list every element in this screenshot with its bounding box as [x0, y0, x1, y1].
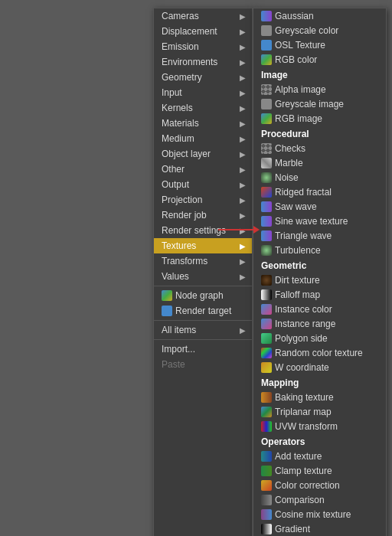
submenu-item-saw-wave[interactable]: Saw wave [253, 199, 386, 214]
menu-item-cameras[interactable]: Cameras ▶ [154, 8, 252, 24]
menu-item-geometry[interactable]: Geometry ▶ [154, 70, 252, 85]
menu-item-environments[interactable]: Environments ▶ [154, 54, 252, 70]
submenu-item-rgb-image[interactable]: RGB image [253, 111, 386, 126]
import-label: Import... [162, 344, 195, 355]
arrow-icon: ▶ [240, 58, 246, 67]
submenu-item-baking-texture[interactable]: Baking texture [253, 390, 386, 404]
greyscale-color-icon [261, 25, 272, 36]
submenu-item-turbulence[interactable]: Turbulence [253, 243, 386, 257]
triplanar-map-icon [261, 407, 272, 417]
menu-item-all-items[interactable]: All items ▶ [154, 322, 252, 338]
submenu-item-w-coordinate[interactable]: W coordinate [253, 360, 386, 374]
greyscale-color-label: Greyscale color [275, 25, 380, 36]
submenu-item-greyscale-color[interactable]: Greyscale color [253, 23, 386, 38]
object-layer-label: Object layer [162, 149, 211, 159]
menu-item-values[interactable]: Values ▶ [154, 269, 252, 284]
submenu-item-instance-color[interactable]: Instance color [253, 302, 386, 316]
comparison-icon [261, 495, 272, 505]
baking-texture-icon [261, 392, 272, 403]
arrow-indicator [218, 229, 256, 230]
add-texture-label: Add texture [275, 451, 380, 462]
rgb-image-label: RGB image [275, 113, 380, 124]
greyscale-image-label: Greyscale image [275, 99, 380, 109]
render-job-label: Render job [162, 210, 207, 221]
menu-item-displacement[interactable]: Displacement ▶ [154, 24, 252, 39]
menu-item-projection[interactable]: Projection ▶ [154, 192, 252, 208]
menu-item-materials[interactable]: Materials ▶ [154, 116, 252, 131]
arrow-icon: ▶ [240, 89, 246, 97]
greyscale-image-icon [261, 99, 272, 109]
section-geometric: Geometric [253, 257, 386, 273]
values-label: Values [162, 271, 189, 282]
checks-label: Checks [275, 143, 380, 154]
submenu-item-uvw-transform[interactable]: UVW transform [253, 419, 386, 433]
menu-item-kernels[interactable]: Kernels ▶ [154, 100, 252, 116]
menu-item-transforms[interactable]: Transforms ▶ [154, 253, 252, 269]
submenu-item-alpha-image[interactable]: Alpha image [253, 82, 386, 96]
textures-label: Textures [162, 240, 196, 251]
menu-item-render-job[interactable]: Render job ▶ [154, 208, 252, 223]
gaussian-icon [261, 11, 272, 21]
submenu-item-marble[interactable]: Marble [253, 155, 386, 170]
menu-item-paste: Paste [154, 357, 252, 372]
menu-item-emission[interactable]: Emission ▶ [154, 39, 252, 54]
submenu-item-greyscale-image[interactable]: Greyscale image [253, 96, 386, 111]
submenu-item-instance-range[interactable]: Instance range [253, 316, 386, 331]
rgb-color-label: RGB color [275, 54, 380, 65]
context-menu-container: Cameras ▶ Displacement ▶ Emission ▶ Envi… [153, 8, 387, 536]
random-color-icon [261, 348, 272, 358]
section-operators: Operators [253, 433, 386, 449]
submenu-item-gaussian[interactable]: Gaussian [253, 8, 386, 23]
submenu-item-ridged-fractal[interactable]: Ridged fractal [253, 185, 386, 199]
dirt-texture-label: Dirt texture [275, 275, 380, 286]
arrow-icon: ▶ [240, 181, 246, 189]
submenu-item-falloff-map[interactable]: Falloff map [253, 287, 386, 302]
menu-item-medium[interactable]: Medium ▶ [154, 131, 252, 146]
color-correction-label: Color correction [275, 480, 380, 491]
falloff-map-label: Falloff map [275, 289, 380, 300]
submenu-item-triplanar-map[interactable]: Triplanar map [253, 404, 386, 419]
uvw-transform-icon [261, 421, 272, 432]
menu-item-object-layer[interactable]: Object layer ▶ [154, 146, 252, 162]
instance-color-label: Instance color [275, 304, 380, 315]
menu-item-import[interactable]: Import... [154, 342, 252, 357]
arrow-icon: ▶ [240, 119, 246, 128]
submenu-item-checks[interactable]: Checks [253, 141, 386, 155]
alpha-image-label: Alpha image [275, 84, 380, 95]
menu-item-node-graph[interactable]: Node graph [154, 288, 252, 303]
projection-label: Projection [162, 194, 202, 205]
submenu-item-random-color[interactable]: Random color texture [253, 345, 386, 360]
submenu-item-polygon-side[interactable]: Polygon side [253, 331, 386, 345]
arrow-icon: ▶ [240, 135, 246, 143]
menu-item-render-target[interactable]: Render target [154, 303, 252, 319]
submenu-item-osl-texture[interactable]: OSL Texture [253, 38, 386, 52]
triangle-wave-label: Triangle wave [275, 230, 380, 241]
polygon-side-label: Polygon side [275, 333, 380, 344]
w-coordinate-icon [261, 362, 272, 373]
submenu-item-sine-wave[interactable]: Sine wave texture [253, 214, 386, 228]
submenu-item-add-texture[interactable]: Add texture [253, 449, 386, 463]
submenu-item-rgb-color[interactable]: RGB color [253, 52, 386, 67]
menu-item-other[interactable]: Other ▶ [154, 162, 252, 177]
arrow-icon: ▶ [240, 150, 246, 159]
baking-texture-label: Baking texture [275, 392, 380, 403]
arrow-icon: ▶ [240, 196, 246, 204]
submenu-item-dirt-texture[interactable]: Dirt texture [253, 273, 386, 287]
menu-item-output[interactable]: Output ▶ [154, 177, 252, 192]
menu-item-textures[interactable]: Textures ▶ [154, 238, 252, 253]
submenu-item-color-correction[interactable]: Color correction [253, 478, 386, 492]
cameras-label: Cameras [162, 11, 199, 21]
submenu-item-cosine-mix[interactable]: Cosine mix texture [253, 507, 386, 521]
menu-item-render-settings[interactable]: Render settings ▶ [154, 223, 252, 238]
gaussian-label: Gaussian [275, 11, 380, 21]
submenu-item-gradient[interactable]: Gradient [253, 521, 386, 536]
render-target-label: Render target [175, 306, 231, 316]
submenu-item-noise[interactable]: Noise [253, 170, 386, 185]
saw-wave-label: Saw wave [275, 201, 380, 212]
submenu-item-triangle-wave[interactable]: Triangle wave [253, 228, 386, 243]
submenu-item-clamp-texture[interactable]: Clamp texture [253, 463, 386, 478]
ridged-fractal-label: Ridged fractal [275, 187, 380, 198]
submenu-item-comparison[interactable]: Comparison [253, 492, 386, 507]
menu-item-input[interactable]: Input ▶ [154, 85, 252, 100]
triplanar-map-label: Triplanar map [275, 407, 380, 417]
